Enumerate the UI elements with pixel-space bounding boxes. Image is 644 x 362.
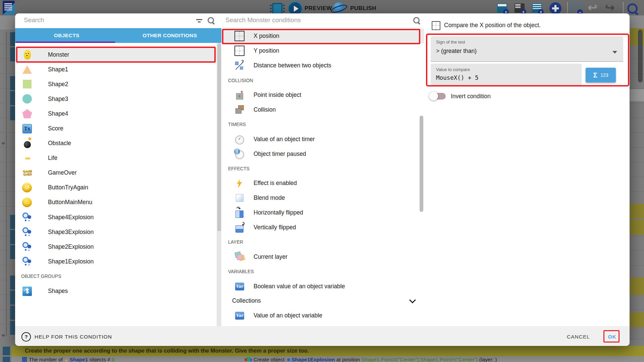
object-row[interactable]: Shape2 [15,77,217,92]
object-row[interactable]: Obstacle [15,136,217,151]
condition-row[interactable]: Point inside object [221,88,424,103]
help-icon[interactable]: ? [21,332,31,342]
object-row[interactable]: ButtonMainMenu [15,195,217,210]
project-manager-icon[interactable] [3,1,15,15]
retry-button-icon [21,182,33,194]
conditions-search-input[interactable] [225,16,400,24]
object-row[interactable]: ButtonTryAgain [15,180,217,195]
help-button[interactable]: HELP FOR THIS CONDITION [35,334,112,340]
object-row[interactable]: OBJECT GROUPS [15,269,217,284]
object-row[interactable]: Shapes [15,284,217,299]
publish-button[interactable]: PUBLISH [350,5,376,12]
condition-row[interactable]: X position [221,29,424,44]
shapes-group-icon [21,285,33,297]
condition-title: Compare the X position of the object. [444,22,541,29]
flip-horizontal-icon [233,207,246,219]
condition-row[interactable]: COLLISION [221,73,424,88]
event-row: The number of ▲ Shape1 objects ≠ 0 Creat… [11,356,644,362]
distance-icon [233,60,246,72]
condition-row[interactable]: Boolean value of an object variable [221,279,424,294]
redo-icon[interactable]: ↪ [605,1,615,14]
condition-row[interactable]: EFFECTS [221,161,424,176]
condition-row[interactable]: Vertically flipped [221,220,424,235]
conditions-list: X position Y position Distance between t… [221,28,424,326]
create-action-icon [246,357,251,361]
condition-row[interactable]: Value of an object variable [221,308,424,323]
condition-row[interactable]: Collision [221,102,424,117]
count-condition-icon [22,357,27,362]
condition-row[interactable]: TIMERS [221,117,424,132]
object-row[interactable]: Shape2Explosion [15,239,217,254]
condition-row[interactable]: Object timer paused [221,146,424,161]
timer-paused-icon [233,148,246,160]
add-comment-icon[interactable]: + [532,3,542,13]
ok-button[interactable]: OK [605,334,620,340]
point-inside-icon [233,89,246,101]
object-row[interactable]: Shape1 [15,62,217,77]
sign-of-test-select[interactable]: Sign of the test > (greater than) [431,36,623,62]
screen: PREVIEW PUBLISH + + + − ↩ ↪ Hor Create t… [0,0,644,362]
gameover-icon [21,167,33,179]
search-icon [413,17,421,25]
object-row[interactable]: Shape1Explosion [15,254,217,269]
particles-icon [21,241,33,253]
object-row[interactable]: Score [15,121,217,136]
condition-row[interactable]: Collections [221,294,424,308]
invert-condition-label: Invert condition [451,93,491,100]
comment-row: Create the proper one according to the s… [11,346,644,356]
sheet-scrollbar[interactable] [638,29,643,82]
undo-icon[interactable]: ↩ [588,1,597,14]
variable-icon [233,280,246,292]
condition-row[interactable]: Distance between two objects [221,58,424,73]
condition-row[interactable]: LAYER [221,235,424,249]
triangle-icon [21,63,33,75]
timer-icon [233,133,246,145]
particles-icon [21,211,33,223]
text-icon [21,123,33,135]
condition-row[interactable]: Value of an object timer [221,132,424,146]
condition-row[interactable]: Y position [221,44,424,58]
add-sub-event-icon[interactable]: + [515,3,525,13]
object-row[interactable]: GameOver [15,166,217,180]
object-row[interactable]: Monster [15,47,217,62]
particle-icon [287,358,290,361]
circle-icon [21,93,33,105]
objects-scrollbar[interactable] [217,43,221,326]
add-event-icon[interactable]: + [497,3,507,13]
preview-button[interactable]: PREVIEW [305,5,332,12]
invert-toggle-knob[interactable] [429,92,438,101]
object-row[interactable]: Shape3 [15,92,217,106]
dropdown-arrow-icon [612,51,617,54]
x-position-icon [431,20,441,31]
objects-search-input[interactable] [23,16,172,24]
cancel-button[interactable]: CANCEL [567,334,590,340]
search-icon [207,17,215,25]
condition-row[interactable]: Current layer [221,249,424,264]
selector-tabs: OBJECTS OTHER CONDITIONS [15,28,221,43]
object-row[interactable]: Shape3Explosion [15,225,217,239]
expression-editor-button[interactable]: Σ 123 [586,68,616,82]
condition-row[interactable]: VARIABLES [221,264,424,279]
search-events-icon[interactable] [627,3,639,15]
condition-row[interactable]: Blend mode [221,191,424,205]
chevron-down-icon [409,297,416,303]
condition-row[interactable]: Horizontally flipped [221,205,424,220]
add-icon[interactable] [549,2,561,14]
debug-icon[interactable] [272,3,282,14]
publish-planet-icon[interactable] [333,2,344,13]
instruction-editor-dialog: OBJECTS OTHER CONDITIONS Monster Shape1 [15,13,630,346]
object-row[interactable]: Life [15,151,217,166]
object-row[interactable]: Shape4Explosion [15,210,217,225]
conditions-scrollbar[interactable] [420,116,423,212]
value-to-compare-input[interactable]: Value to compare MouseX() + 5 [431,64,582,86]
object-row[interactable]: Shape4 [15,106,217,121]
tab-objects[interactable]: OBJECTS [15,28,118,43]
tab-other-conditions[interactable]: OTHER CONDITIONS [118,28,222,43]
delete-selection-icon[interactable]: − [571,3,582,14]
shape1-triangle-icon: ▲ [64,358,68,362]
particles-icon [21,226,33,238]
condition-row[interactable]: Effect is enabled [221,176,424,191]
particles-icon [21,255,33,267]
collapse-arrow-icon [1,335,5,337]
filter-icon[interactable] [196,17,203,23]
